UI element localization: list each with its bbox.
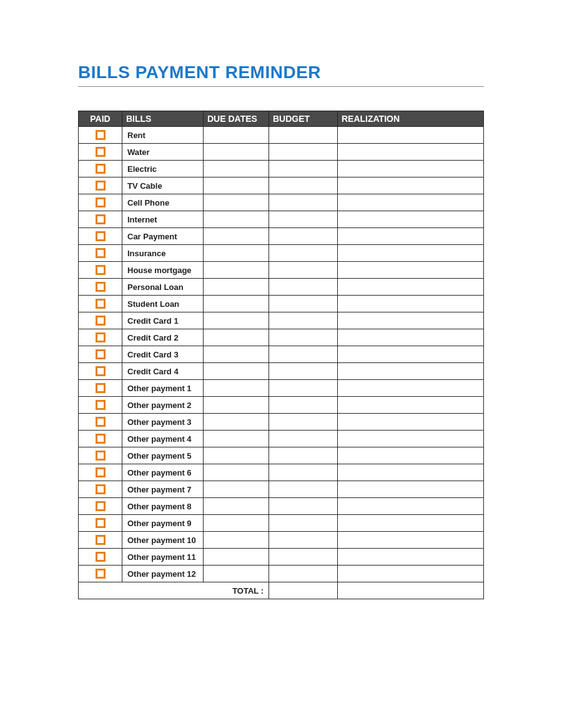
checkbox-icon[interactable] [96,417,106,427]
realization-cell[interactable] [338,312,484,329]
realization-cell[interactable] [338,194,484,211]
realization-cell[interactable] [338,397,484,414]
checkbox-icon[interactable] [96,467,106,477]
budget-cell[interactable] [269,329,338,346]
budget-cell[interactable] [269,144,338,161]
budget-cell[interactable] [269,127,338,144]
due-date-cell[interactable] [204,549,269,566]
realization-cell[interactable] [338,127,484,144]
budget-cell[interactable] [269,481,338,498]
budget-cell[interactable] [269,262,338,279]
due-date-cell[interactable] [204,346,269,363]
realization-cell[interactable] [338,498,484,515]
budget-cell[interactable] [269,177,338,194]
checkbox-icon[interactable] [96,265,106,275]
realization-cell[interactable] [338,464,484,481]
checkbox-icon[interactable] [96,400,106,410]
budget-cell[interactable] [269,296,338,312]
budget-cell[interactable] [269,245,338,262]
realization-cell[interactable] [338,279,484,296]
total-budget-cell[interactable] [269,582,338,599]
realization-cell[interactable] [338,515,484,532]
due-date-cell[interactable] [204,127,269,144]
realization-cell[interactable] [338,228,484,245]
checkbox-icon[interactable] [96,451,106,461]
checkbox-icon[interactable] [96,197,106,207]
budget-cell[interactable] [269,532,338,549]
checkbox-icon[interactable] [96,248,106,258]
checkbox-icon[interactable] [96,147,106,157]
realization-cell[interactable] [338,380,484,397]
checkbox-icon[interactable] [96,316,106,326]
budget-cell[interactable] [269,228,338,245]
budget-cell[interactable] [269,431,338,447]
budget-cell[interactable] [269,194,338,211]
due-date-cell[interactable] [204,515,269,532]
checkbox-icon[interactable] [96,130,106,140]
realization-cell[interactable] [338,144,484,161]
due-date-cell[interactable] [204,447,269,464]
due-date-cell[interactable] [204,498,269,515]
checkbox-icon[interactable] [96,383,106,393]
realization-cell[interactable] [338,481,484,498]
realization-cell[interactable] [338,447,484,464]
realization-cell[interactable] [338,549,484,566]
checkbox-icon[interactable] [96,501,106,511]
checkbox-icon[interactable] [96,552,106,562]
checkbox-icon[interactable] [96,535,106,545]
due-date-cell[interactable] [204,380,269,397]
checkbox-icon[interactable] [96,484,106,494]
due-date-cell[interactable] [204,414,269,431]
realization-cell[interactable] [338,346,484,363]
budget-cell[interactable] [269,549,338,566]
checkbox-icon[interactable] [96,349,106,359]
budget-cell[interactable] [269,498,338,515]
due-date-cell[interactable] [204,279,269,296]
due-date-cell[interactable] [204,228,269,245]
due-date-cell[interactable] [204,363,269,380]
due-date-cell[interactable] [204,566,269,582]
due-date-cell[interactable] [204,481,269,498]
checkbox-icon[interactable] [96,214,106,224]
due-date-cell[interactable] [204,144,269,161]
budget-cell[interactable] [269,414,338,431]
realization-cell[interactable] [338,262,484,279]
checkbox-icon[interactable] [96,282,106,292]
due-date-cell[interactable] [204,211,269,228]
realization-cell[interactable] [338,363,484,380]
budget-cell[interactable] [269,346,338,363]
budget-cell[interactable] [269,566,338,582]
realization-cell[interactable] [338,414,484,431]
budget-cell[interactable] [269,464,338,481]
realization-cell[interactable] [338,296,484,312]
due-date-cell[interactable] [204,397,269,414]
budget-cell[interactable] [269,279,338,296]
realization-cell[interactable] [338,177,484,194]
checkbox-icon[interactable] [96,518,106,528]
due-date-cell[interactable] [204,194,269,211]
checkbox-icon[interactable] [96,231,106,241]
due-date-cell[interactable] [204,161,269,177]
budget-cell[interactable] [269,363,338,380]
due-date-cell[interactable] [204,245,269,262]
budget-cell[interactable] [269,515,338,532]
realization-cell[interactable] [338,245,484,262]
realization-cell[interactable] [338,211,484,228]
budget-cell[interactable] [269,447,338,464]
total-realization-cell[interactable] [338,582,484,599]
realization-cell[interactable] [338,566,484,582]
checkbox-icon[interactable] [96,181,106,191]
due-date-cell[interactable] [204,329,269,346]
budget-cell[interactable] [269,397,338,414]
budget-cell[interactable] [269,211,338,228]
due-date-cell[interactable] [204,431,269,447]
realization-cell[interactable] [338,431,484,447]
due-date-cell[interactable] [204,464,269,481]
due-date-cell[interactable] [204,296,269,312]
realization-cell[interactable] [338,161,484,177]
checkbox-icon[interactable] [96,569,106,579]
checkbox-icon[interactable] [96,299,106,309]
checkbox-icon[interactable] [96,332,106,342]
budget-cell[interactable] [269,312,338,329]
due-date-cell[interactable] [204,532,269,549]
